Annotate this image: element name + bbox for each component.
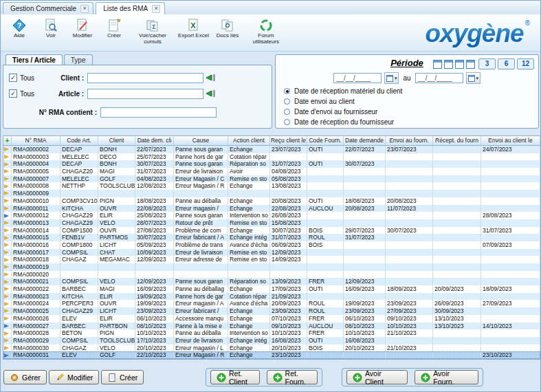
table-row[interactable]: RMA0000018CHAGAZMEGAMAC12/09/2023Erreur … <box>3 256 540 263</box>
close-icon[interactable]: × <box>80 5 89 13</box>
table-row[interactable]: RMA0000027BARBECPARTBON08/10/2023Panne à… <box>3 323 540 330</box>
table-row[interactable]: RMA0000010COMP3CV10PIGN18/08/2023Panne a… <box>3 197 540 205</box>
toggle-totals-button[interactable]: Σ Voir/cacher cumuls <box>131 17 175 46</box>
table-row[interactable]: RMA0000005CHAGAZ20MAGI31/07/2023Erreur d… <box>3 168 540 175</box>
table-cell: 18/09/2023 <box>386 285 433 293</box>
tab-liste-des-rma[interactable]: Liste des RMA × <box>96 2 165 14</box>
calendar-icon[interactable] <box>433 60 442 69</box>
client-input[interactable] <box>87 73 203 83</box>
column-header[interactable]: N° RMA <box>12 136 60 145</box>
date-from-calendar-button[interactable]: ▾ <box>384 72 399 84</box>
calendar-icon[interactable] <box>466 60 475 69</box>
column-header[interactable]: Cause <box>174 136 228 145</box>
retour-client-button[interactable]: Ret. Client <box>210 370 260 384</box>
table-row[interactable]: RMA0000031ELEVGOLF22/10/2023Erreur Magas… <box>3 351 540 359</box>
tous-article-checkbox[interactable]: ✓ <box>9 89 17 98</box>
button-label: Avoir Fourn. <box>433 369 472 386</box>
table-row[interactable]: RMA0000003MELELECDECO25/07/2023Panne hor… <box>3 153 540 161</box>
table-row[interactable]: RMA0000009 <box>3 190 540 197</box>
row-flag-icon <box>3 329 12 337</box>
table-row[interactable]: RMA0000011KITCHAOUVR22/08/2023Erreur mag… <box>3 205 540 213</box>
close-icon[interactable]: × <box>152 5 160 13</box>
table-row[interactable]: RMA0000019 <box>3 263 540 271</box>
table-row[interactable]: RMA0000021COMPSILVELO12/09/2023Panne sou… <box>3 278 540 285</box>
column-header[interactable]: Code Art. <box>60 136 98 145</box>
table-row[interactable]: RMA0000029COMPSILTOOLSCLUB17/10/2023Erre… <box>3 337 540 345</box>
period-6-months-button[interactable]: 6 <box>498 58 515 69</box>
table-row[interactable]: RMA0000022BARBECMAGI16/09/2023Panne au d… <box>3 285 540 293</box>
avoir-client-button[interactable]: Avoir Client <box>346 370 408 384</box>
table-cell: COMP3CV10 <box>60 197 98 205</box>
table-row[interactable]: RMA0000007MELELECGOLF04/08/2023Erreur Ma… <box>3 175 540 183</box>
table-row[interactable]: RMA0000012CHAGAZ29ELIR25/08/2023Panne so… <box>3 212 540 219</box>
column-header[interactable]: Envoi au client le <box>481 136 540 145</box>
column-header[interactable]: Récept. du fourn <box>433 136 481 145</box>
table-cell: 31/07/2023 <box>270 160 307 168</box>
table-row[interactable]: RMA0000014COMP1500OUVR27/08/2023Problème… <box>3 227 540 235</box>
table-cell: 04/08/2023 <box>135 175 174 183</box>
column-header[interactable]: Action client <box>228 136 270 145</box>
table-cell: 08/10/2023 <box>344 323 386 330</box>
forum-button[interactable]: Forum utilisateurs <box>244 17 288 46</box>
tab-gestion-commerciale[interactable]: Gestion Commerciale × <box>3 2 93 14</box>
table-row[interactable]: RMA0000020 <box>3 271 540 279</box>
rma-contains-input[interactable] <box>100 107 217 118</box>
help-button[interactable]: ? Aide <box>4 17 34 41</box>
modify-button[interactable]: Modifier <box>67 17 98 41</box>
retour-fournisseur-button[interactable]: Ret. Fourn. <box>267 370 318 384</box>
column-header[interactable]: Code Fourn. <box>307 136 344 145</box>
radio-date-envoi-fournisseur[interactable]: Date d'envoi au fournisseur <box>284 107 402 117</box>
date-to-input[interactable]: __/__/____ <box>415 73 463 83</box>
avoir-fournisseur-button[interactable]: Avoir Fourn. <box>415 370 478 384</box>
tab-type[interactable]: Type <box>64 54 93 65</box>
export-excel-button[interactable]: X Export Excel <box>176 17 211 41</box>
table-row[interactable]: RMA0000013CHAGAZ29VELO28/07/2023Retour d… <box>3 219 540 227</box>
add-row-header[interactable]: + <box>3 136 12 145</box>
tab-tiers-article[interactable]: Tiers / Article <box>5 54 63 65</box>
table-cell: 23/07/2023 <box>386 146 433 153</box>
table-row[interactable]: RMA0000004DECAPBONH30/07/2023Panne sous … <box>3 160 540 168</box>
date-to-calendar-button[interactable]: ▾ <box>466 72 481 84</box>
tous-client-checkbox[interactable]: ✓ <box>9 74 17 82</box>
table-cell <box>481 337 540 345</box>
column-header[interactable]: Client <box>98 136 135 145</box>
table-row[interactable]: RMA0000017COMPSILCHAT10/09/2023Erreur de… <box>3 249 540 257</box>
table-row[interactable]: RMA0000025CHAGAZ29LICHT23/09/2023Erreur … <box>3 307 540 315</box>
table-cell <box>433 345 481 352</box>
table-row[interactable]: RMA0000016COMP1800LICHT05/09/2023Problèm… <box>3 241 540 249</box>
table-row[interactable]: RMA0000024PERCPER3OUVR19/09/2023Erreur m… <box>3 300 540 307</box>
column-header[interactable]: Envoi au fourn. <box>386 136 433 145</box>
table-row[interactable]: RMA0000026ELEVELIR06/10/2023Accessoire m… <box>3 315 540 323</box>
view-button[interactable]: Voir <box>36 17 66 41</box>
radio-date-reception-client[interactable]: Date de réception matériel du client <box>284 86 402 96</box>
row-flag-icon <box>3 323 12 330</box>
client-lookup-icon[interactable] <box>206 74 216 82</box>
row-flag-icon <box>3 205 12 213</box>
calendar-icon[interactable] <box>455 60 464 69</box>
table-cell <box>481 271 540 279</box>
table-cell: Panne sous garan <box>174 146 228 153</box>
table-row[interactable]: RMA0000028BETONPIGN10/10/2023Panne au dé… <box>3 329 540 337</box>
modifier-button[interactable]: Modifier <box>49 370 99 384</box>
column-header[interactable]: Date demande <box>344 136 386 145</box>
table-row[interactable]: RMA0000002DECAPBONH22/07/2023Panne sous … <box>3 146 540 153</box>
table-row[interactable]: RMA0000023KITCHAELIR19/09/2023Panne hors… <box>3 293 540 301</box>
article-lookup-icon[interactable] <box>206 89 216 98</box>
gerer-button[interactable]: Gérer <box>3 370 47 384</box>
calendar-icon[interactable] <box>444 60 453 69</box>
table-row[interactable]: RMA0000015FENB1VPARTMOS30/07/2023Erreur … <box>3 234 540 241</box>
table-row[interactable]: RMA0000030CHAGAZVELO20/10/2023Erreur mag… <box>3 345 540 352</box>
period-3-months-button[interactable]: 3 <box>478 58 496 69</box>
table-row[interactable]: RMA0000008NETTHPTOOLSCLUB12/08/2023Erreu… <box>3 182 540 190</box>
column-header[interactable]: Date dem. cli <box>135 136 174 145</box>
table-cell: 22/08/2023 <box>270 205 307 213</box>
create-button[interactable]: Créer <box>99 17 129 41</box>
period-12-months-button[interactable]: 12 <box>517 58 534 69</box>
linked-docs-button[interactable]: Docs liés <box>212 17 243 41</box>
creer-button[interactable]: Créer <box>101 370 144 384</box>
column-header[interactable]: Reçu client le <box>270 136 307 145</box>
radio-date-envoi-client[interactable]: Date envoi au client <box>284 96 402 107</box>
radio-date-reception-fournisseur[interactable]: Date de réception du fournisseur <box>284 117 402 127</box>
article-input[interactable] <box>87 89 203 99</box>
date-from-input[interactable]: __/__/____ <box>333 73 382 83</box>
